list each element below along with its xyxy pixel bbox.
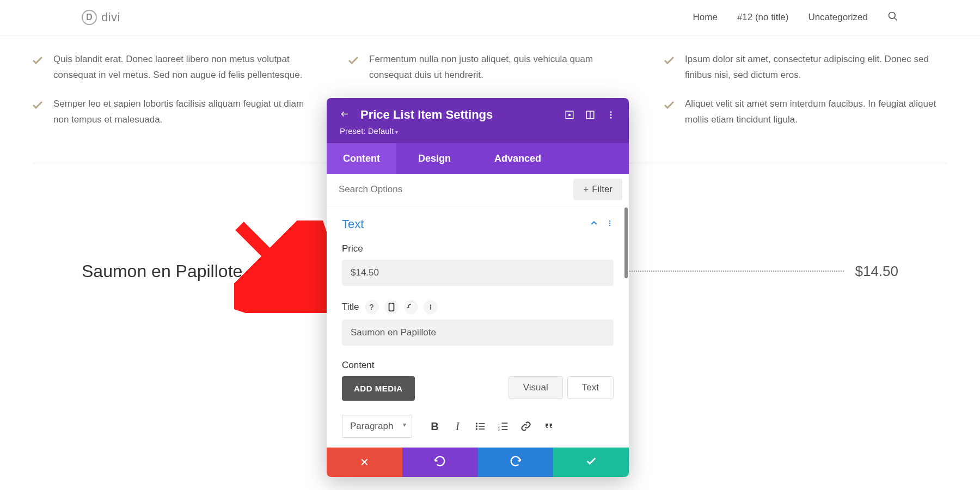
svg-point-14 <box>430 304 431 306</box>
search-icon[interactable] <box>887 11 898 24</box>
svg-point-7 <box>610 111 612 113</box>
modal-footer: ✕ <box>327 448 629 477</box>
modal-title: Price List Item Settings <box>360 108 554 122</box>
site-header: D divi Home #12 (no title) Uncategorized <box>0 0 980 35</box>
feature-item: Semper leo et sapien lobortis facilisis … <box>33 96 316 128</box>
redo-button[interactable] <box>478 448 554 477</box>
main-nav: Home #12 (no title) Uncategorized <box>693 11 898 24</box>
add-media-button[interactable]: ADD MEDIA <box>342 376 415 401</box>
content-label: Content <box>342 360 614 371</box>
svg-point-19 <box>476 425 477 427</box>
logo[interactable]: D divi <box>82 10 120 25</box>
tab-content[interactable]: Content <box>327 143 396 174</box>
bullet-list-button[interactable] <box>470 416 491 437</box>
check-icon <box>664 54 674 83</box>
price-input[interactable] <box>342 260 614 286</box>
format-select[interactable]: Paragraph <box>342 415 412 438</box>
logo-badge-icon: D <box>82 10 97 25</box>
cancel-button[interactable]: ✕ <box>327 448 402 477</box>
svg-point-17 <box>476 422 477 424</box>
filter-label: Filter <box>592 184 612 195</box>
responsive-icon[interactable] <box>384 300 399 314</box>
check-icon <box>585 455 597 470</box>
title-label-row: Title ? <box>342 300 614 314</box>
filter-button[interactable]: + Filter <box>573 179 622 200</box>
more-icon[interactable] <box>606 110 616 120</box>
tab-advanced[interactable]: Advanced <box>473 143 563 174</box>
price-label: Price <box>342 243 614 254</box>
undo-icon <box>434 455 446 470</box>
feature-text: Quis blandit erat. Donec laoreet libero … <box>53 52 316 83</box>
feature-text: Fermentum nulla non justo aliquet, quis … <box>369 52 632 83</box>
svg-point-15 <box>430 307 431 308</box>
svg-rect-18 <box>479 423 485 424</box>
expand-icon[interactable] <box>565 110 574 120</box>
feature-text: Semper leo et sapien lobortis facilisis … <box>53 96 316 128</box>
svg-point-11 <box>609 223 610 224</box>
field-more-icon[interactable] <box>424 300 438 314</box>
feature-item: Ipsum dolor sit amet, consectetur adipis… <box>664 52 947 83</box>
check-icon <box>33 99 42 128</box>
check-icon <box>33 54 42 83</box>
logo-text: divi <box>101 10 120 24</box>
menu-item-title: Saumon en Papillote <box>82 261 242 281</box>
tab-design[interactable]: Design <box>396 143 473 174</box>
nav-uncategorized[interactable]: Uncategorized <box>808 12 868 23</box>
svg-rect-22 <box>479 428 485 430</box>
settings-modal: Price List Item Settings Preset: Default… <box>327 98 629 477</box>
svg-rect-28 <box>502 429 508 430</box>
quote-button[interactable] <box>538 416 559 437</box>
save-button[interactable] <box>553 448 629 477</box>
editor-toolbar: Paragraph B I 123 <box>342 411 614 442</box>
svg-rect-24 <box>502 422 508 424</box>
redo-icon <box>510 455 522 470</box>
close-icon: ✕ <box>360 456 369 469</box>
section-more-icon[interactable] <box>606 219 614 229</box>
hover-icon[interactable] <box>404 300 418 314</box>
plus-icon: + <box>583 184 589 195</box>
editor-tab-text[interactable]: Text <box>567 376 614 399</box>
help-icon[interactable]: ? <box>365 300 379 314</box>
svg-point-8 <box>610 114 612 116</box>
svg-point-16 <box>430 308 431 310</box>
section-header[interactable]: Text <box>342 217 614 231</box>
title-input[interactable] <box>342 320 614 346</box>
check-icon <box>348 54 358 83</box>
back-icon[interactable] <box>340 110 350 120</box>
scrollbar[interactable] <box>624 207 628 278</box>
modal-header[interactable]: Price List Item Settings Preset: Default <box>327 98 629 143</box>
nav-12[interactable]: #12 (no title) <box>737 12 789 23</box>
bold-button[interactable]: B <box>424 416 445 437</box>
search-options-input[interactable] <box>327 175 573 204</box>
modal-tabs: Content Design Advanced <box>327 143 629 174</box>
svg-point-4 <box>569 114 571 116</box>
feature-item: Fermentum nulla non justo aliquet, quis … <box>348 52 632 83</box>
svg-point-21 <box>476 428 477 430</box>
title-label: Title <box>342 302 359 313</box>
preset-selector[interactable]: Preset: Default <box>340 126 616 136</box>
feature-text: Aliquet velit sit amet sem interdum fauc… <box>685 96 947 128</box>
settings-panel: Text Price Title ? Content ADD MEDIA Vis… <box>327 205 629 448</box>
snap-icon[interactable] <box>585 110 595 120</box>
feature-item: Aliquet velit sit amet sem interdum fauc… <box>664 96 947 128</box>
undo-button[interactable] <box>402 448 478 477</box>
feature-col-1: Quis blandit erat. Donec laoreet libero … <box>33 52 316 141</box>
link-button[interactable] <box>516 416 536 437</box>
svg-point-12 <box>609 225 610 226</box>
section-title: Text <box>342 217 364 231</box>
italic-button[interactable]: I <box>447 416 468 437</box>
svg-point-10 <box>609 220 610 222</box>
search-row: + Filter <box>327 174 629 205</box>
feature-text: Ipsum dolor sit amet, consectetur adipis… <box>685 52 947 83</box>
numbered-list-button[interactable]: 123 <box>493 416 513 437</box>
svg-point-9 <box>610 117 612 119</box>
svg-text:3: 3 <box>498 428 500 431</box>
svg-rect-13 <box>389 303 394 311</box>
svg-point-0 <box>889 13 896 19</box>
nav-home[interactable]: Home <box>693 12 718 23</box>
editor-tab-visual[interactable]: Visual <box>509 376 563 399</box>
svg-rect-20 <box>479 426 485 427</box>
svg-line-1 <box>895 18 897 21</box>
menu-item-price: $14.50 <box>855 263 898 280</box>
collapse-icon[interactable] <box>590 219 598 230</box>
